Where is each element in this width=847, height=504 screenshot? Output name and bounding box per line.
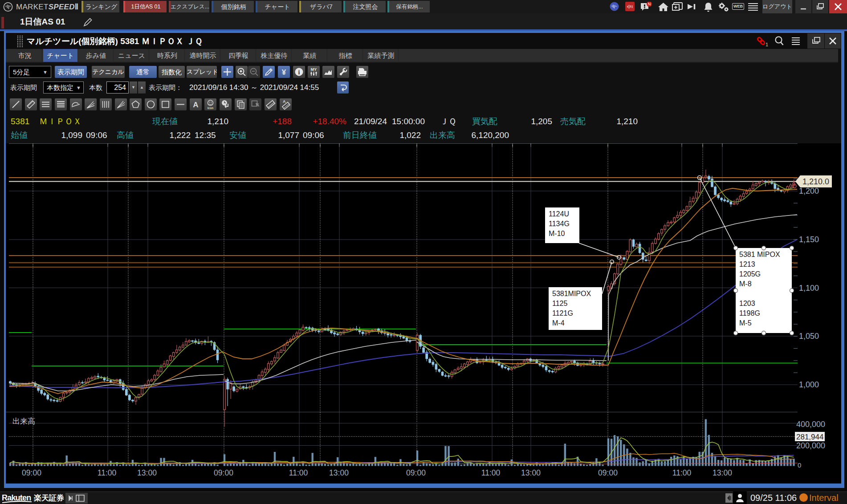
svg-text:200,000: 200,000 (796, 441, 825, 450)
svg-text:1121G: 1121G (552, 309, 573, 317)
svg-text:1134G: 1134G (549, 220, 570, 228)
svg-text:M-4: M-4 (552, 319, 565, 327)
svg-text:5381 MIPOX: 5381 MIPOX (739, 251, 780, 258)
svg-text:11:00: 11:00 (481, 468, 501, 477)
svg-text:5381MIPOX: 5381MIPOX (552, 290, 591, 297)
svg-text:09:00: 09:00 (406, 468, 426, 477)
svg-text:13:00: 13:00 (137, 468, 157, 477)
svg-text:09:00: 09:00 (22, 468, 41, 477)
svg-text:0: 0 (798, 461, 801, 469)
svg-text:1,000: 1,000 (799, 380, 819, 389)
svg-text:1198G: 1198G (739, 309, 760, 317)
svg-text:09:00: 09:00 (598, 468, 618, 477)
svg-text:11:00: 11:00 (98, 468, 117, 477)
svg-text:13:00: 13:00 (329, 468, 349, 477)
svg-text:M-8: M-8 (739, 280, 752, 288)
svg-text:M-5: M-5 (739, 319, 752, 327)
svg-text:400,000: 400,000 (796, 420, 825, 429)
svg-text:13:00: 13:00 (713, 468, 732, 477)
svg-text:出来高: 出来高 (12, 417, 35, 426)
svg-text:1205G: 1205G (739, 270, 761, 278)
svg-text:M-10: M-10 (549, 230, 565, 237)
svg-text:09:00: 09:00 (214, 468, 233, 477)
svg-text:1,210.0: 1,210.0 (802, 177, 829, 186)
svg-text:11:00: 11:00 (672, 468, 692, 477)
svg-text:1,150: 1,150 (799, 235, 819, 244)
svg-text:1,050: 1,050 (799, 332, 819, 341)
svg-text:281,944: 281,944 (796, 433, 823, 441)
svg-text:1203: 1203 (739, 300, 755, 307)
svg-text:13:00: 13:00 (521, 468, 541, 477)
svg-text:1,200: 1,200 (799, 187, 819, 195)
svg-text:1213: 1213 (739, 260, 755, 268)
svg-text:1124U: 1124U (549, 210, 569, 218)
svg-text:1,100: 1,100 (799, 284, 819, 293)
svg-text:1125: 1125 (552, 300, 568, 307)
svg-text:11:00: 11:00 (289, 468, 308, 477)
